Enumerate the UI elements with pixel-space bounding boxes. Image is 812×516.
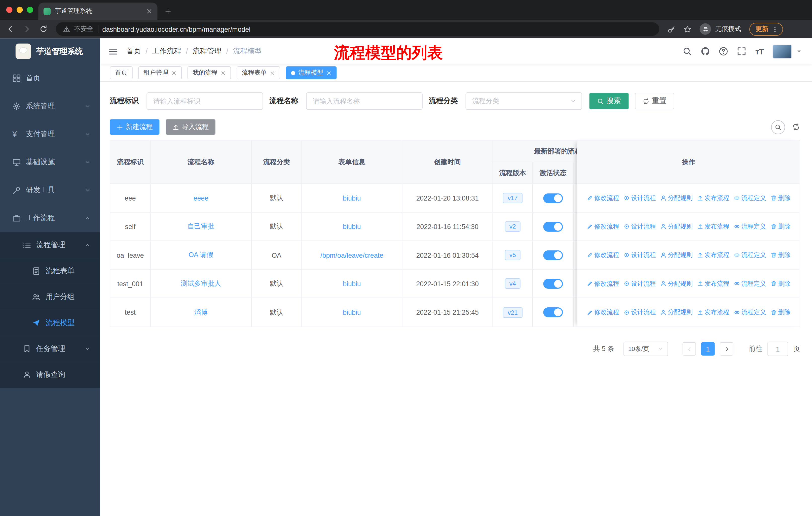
tag-process-model[interactable]: 流程模型 [286,66,337,79]
tag-close-icon[interactable] [171,70,177,76]
process-key-input[interactable] [146,92,263,110]
form-info-link[interactable]: biubiu [343,308,361,316]
sidebar-item-workflow[interactable]: 工作流程 [0,204,100,232]
breadcrumb-home[interactable]: 首页 [126,47,141,56]
sidebar-item-task-mgmt[interactable]: 任务管理 [0,336,100,362]
next-page-button[interactable] [720,342,733,355]
form-info-link[interactable]: biubiu [343,223,361,230]
sidebar-item-user-group[interactable]: 用户分组 [0,284,100,310]
process-definition-link[interactable]: 流程定义 [733,251,766,260]
breadcrumb-process-mgmt[interactable]: 流程管理 [193,47,222,56]
font-size-icon[interactable]: ᴛT [755,47,764,56]
process-definition-link[interactable]: 流程定义 [733,193,766,202]
form-info-link[interactable]: biubiu [343,280,361,288]
process-definition-link[interactable]: 流程定义 [733,222,766,231]
close-window-button[interactable] [6,7,12,13]
active-toggle[interactable] [543,222,563,232]
hamburger-icon[interactable] [108,46,118,56]
process-name-link[interactable]: eeee [194,194,209,202]
process-name-link[interactable]: 滔博 [194,308,208,317]
maximize-window-button[interactable] [27,7,33,13]
current-page-button[interactable]: 1 [701,342,715,355]
tag-close-icon[interactable] [270,70,275,76]
sidebar-item-process-mgmt[interactable]: 流程管理 [0,232,100,258]
create-process-button[interactable]: 新建流程 [110,119,160,135]
tag-my-process[interactable]: 我的流程 [187,66,231,79]
tag-close-icon[interactable] [326,70,331,76]
modify-process-link[interactable]: 修改流程 [586,279,619,288]
chrome-menu-icon[interactable] [772,26,779,32]
goto-page-input[interactable] [767,342,788,356]
tag-home[interactable]: 首页 [110,66,133,79]
publish-process-link[interactable]: 发布流程 [697,308,729,317]
delete-link[interactable]: 删除 [770,279,790,288]
assign-rule-link[interactable]: 分配规则 [660,308,693,317]
design-process-link[interactable]: 设计流程 [623,193,656,202]
publish-process-link[interactable]: 发布流程 [697,193,729,202]
sidebar-item-process-model[interactable]: 流程模型 [0,310,100,336]
process-name-link[interactable]: 自己审批 [187,222,214,231]
page-size-select[interactable]: 10条/页 [624,342,668,356]
address-bar[interactable]: 不安全 dashboard.yudao.iocoder.cn/bpm/manag… [56,22,659,35]
browser-update-button[interactable]: 更新 [749,22,783,35]
delete-link[interactable]: 删除 [770,222,790,231]
toggle-search-button[interactable] [771,120,785,134]
active-toggle[interactable] [543,279,563,289]
modify-process-link[interactable]: 修改流程 [586,222,619,231]
delete-link[interactable]: 删除 [770,193,790,202]
reset-button[interactable]: 重置 [635,93,674,109]
assign-rule-link[interactable]: 分配规则 [660,251,693,260]
modify-process-link[interactable]: 修改流程 [586,193,619,202]
process-category-select[interactable]: 流程分类 [466,92,582,110]
process-name-input[interactable] [306,92,423,110]
avatar-caret-icon[interactable] [796,49,802,54]
forward-button[interactable] [23,25,31,33]
sidebar-item-home[interactable]: 首页 [0,64,100,92]
design-process-link[interactable]: 设计流程 [623,308,656,317]
delete-link[interactable]: 删除 [770,308,790,317]
process-name-link[interactable]: 测试多审批人 [181,279,221,288]
reload-button[interactable] [39,25,48,33]
tag-tenant[interactable]: 租户管理 [138,66,182,79]
active-toggle[interactable] [543,307,563,317]
form-info-link[interactable]: biubiu [343,194,361,202]
assign-rule-link[interactable]: 分配规则 [660,279,693,288]
sidebar-item-system[interactable]: 系统管理 [0,92,100,120]
assign-rule-link[interactable]: 分配规则 [660,193,693,202]
design-process-link[interactable]: 设计流程 [623,222,656,231]
bookmark-star-icon[interactable] [684,25,691,33]
delete-link[interactable]: 删除 [770,251,790,260]
help-icon[interactable] [719,47,728,56]
sidebar-item-infra[interactable]: 基础设施 [0,148,100,176]
back-button[interactable] [6,25,14,33]
design-process-link[interactable]: 设计流程 [623,251,656,260]
password-key-icon[interactable] [668,25,675,33]
publish-process-link[interactable]: 发布流程 [697,251,729,260]
form-info-link[interactable]: /bpm/oa/leave/create [320,251,383,259]
process-name-link[interactable]: OA 请假 [188,250,213,260]
avatar[interactable] [773,44,792,58]
modify-process-link[interactable]: 修改流程 [586,308,619,317]
publish-process-link[interactable]: 发布流程 [697,279,729,288]
new-tab-button[interactable] [165,8,171,15]
process-definition-link[interactable]: 流程定义 [733,308,766,317]
sidebar-item-devtools[interactable]: 研发工具 [0,176,100,204]
design-process-link[interactable]: 设计流程 [623,279,656,288]
assign-rule-link[interactable]: 分配规则 [660,222,693,231]
process-definition-link[interactable]: 流程定义 [733,279,766,288]
sidebar-item-payment[interactable]: ¥ 支付管理 [0,120,100,148]
minimize-window-button[interactable] [17,7,23,13]
import-process-button[interactable]: 导入流程 [166,119,215,135]
browser-tab[interactable]: 芋道管理系统 [38,2,157,20]
modify-process-link[interactable]: 修改流程 [586,251,619,260]
tab-close-icon[interactable] [146,8,152,15]
tag-process-form[interactable]: 流程表单 [237,66,280,79]
refresh-table-button[interactable] [792,123,800,131]
breadcrumb-workflow[interactable]: 工作流程 [152,47,181,56]
sidebar-item-process-form[interactable]: 流程表单 [0,258,100,284]
search-icon[interactable] [683,47,692,56]
search-button[interactable]: 搜索 [589,93,629,109]
sidebar-item-leave-query[interactable]: 请假查询 [0,362,100,388]
fullscreen-icon[interactable] [737,47,747,56]
publish-process-link[interactable]: 发布流程 [697,222,729,231]
